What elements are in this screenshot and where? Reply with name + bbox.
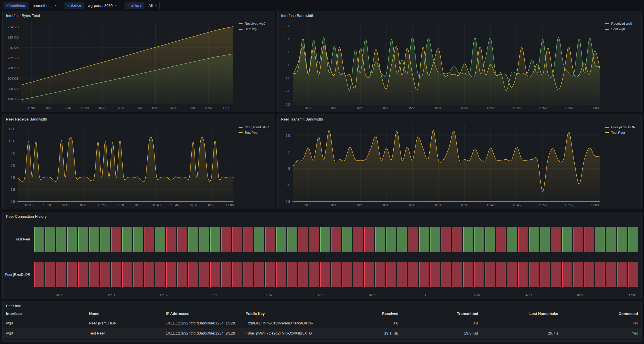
state-cell-disconnected[interactable] xyxy=(265,262,275,287)
state-cell-disconnected[interactable] xyxy=(617,262,627,287)
state-cell-disconnected[interactable] xyxy=(441,262,451,287)
state-cell-connected[interactable] xyxy=(199,227,209,252)
state-cell-connected[interactable] xyxy=(100,227,110,252)
state-cell-disconnected[interactable] xyxy=(210,262,220,287)
state-cell-disconnected[interactable] xyxy=(628,262,638,287)
state-cell-disconnected[interactable] xyxy=(584,227,594,252)
state-cell-disconnected[interactable] xyxy=(408,262,418,287)
state-cell-disconnected[interactable] xyxy=(397,262,407,287)
state-cell-disconnected[interactable] xyxy=(419,262,429,287)
state-cell-connected[interactable] xyxy=(562,227,572,252)
state-cell-disconnected[interactable] xyxy=(276,262,286,287)
state-cell-disconnected[interactable] xyxy=(199,262,209,287)
state-cell-disconnected[interactable] xyxy=(89,262,99,287)
state-cell-disconnected[interactable] xyxy=(353,262,363,287)
state-cell-disconnected[interactable] xyxy=(298,227,308,252)
state-cell-connected[interactable] xyxy=(78,227,88,252)
state-cell-disconnected[interactable] xyxy=(551,227,561,252)
state-cell-connected[interactable] xyxy=(606,227,616,252)
state-cell-disconnected[interactable] xyxy=(342,262,352,287)
state-cell-disconnected[interactable] xyxy=(111,262,121,287)
legend-item[interactable]: Received wg0 xyxy=(239,22,271,25)
state-cell-disconnected[interactable] xyxy=(452,262,462,287)
state-cell-disconnected[interactable] xyxy=(606,262,616,287)
state-cell-disconnected[interactable] xyxy=(221,227,231,252)
column-header-connected[interactable]: Connected xyxy=(561,309,641,318)
panel-title[interactable]: Peer Transmit Bandwidth xyxy=(278,115,641,123)
state-cell-connected[interactable] xyxy=(507,227,517,252)
state-cell-disconnected[interactable] xyxy=(67,262,77,287)
column-header-received[interactable]: Received xyxy=(322,309,402,318)
state-cell-disconnected[interactable] xyxy=(452,227,462,252)
state-cell-connected[interactable] xyxy=(617,227,627,252)
state-cell-disconnected[interactable] xyxy=(177,227,187,252)
column-header-transmitted[interactable]: Transmitted xyxy=(402,309,482,318)
legend-item[interactable]: Test Peer xyxy=(239,131,271,134)
state-cell-connected[interactable] xyxy=(430,227,440,252)
state-cell-disconnected[interactable] xyxy=(562,262,572,287)
legend-item[interactable]: Sent wg0 xyxy=(239,27,271,31)
state-cell-disconnected[interactable] xyxy=(100,262,110,287)
state-cell-connected[interactable] xyxy=(45,227,55,252)
panel-title[interactable]: Interface Bytes Total xyxy=(3,11,275,19)
legend-item[interactable]: Test Peer xyxy=(605,131,638,134)
state-cell-disconnected[interactable] xyxy=(485,262,495,287)
state-cell-disconnected[interactable] xyxy=(177,262,187,287)
state-cell-disconnected[interactable] xyxy=(430,262,440,287)
legend-item[interactable]: Peer jRzmDsDR xyxy=(605,125,638,129)
state-cell-disconnected[interactable] xyxy=(232,262,242,287)
state-cell-disconnected[interactable] xyxy=(298,262,308,287)
state-cell-disconnected[interactable] xyxy=(595,262,605,287)
state-cell-disconnected[interactable] xyxy=(474,262,484,287)
state-cell-disconnected[interactable] xyxy=(408,227,418,252)
state-cell-disconnected[interactable] xyxy=(188,262,198,287)
panel-title[interactable]: Peer Connection History xyxy=(3,212,641,220)
column-header-name[interactable]: Name xyxy=(86,309,162,318)
state-cell-connected[interactable] xyxy=(276,227,286,252)
state-cell-disconnected[interactable] xyxy=(386,262,396,287)
state-cell-disconnected[interactable] xyxy=(309,227,319,252)
state-cell-connected[interactable] xyxy=(287,227,297,252)
state-cell-disconnected[interactable] xyxy=(144,262,154,287)
state-cell-connected[interactable] xyxy=(463,227,473,252)
state-cell-connected[interactable] xyxy=(529,227,539,252)
state-cell-disconnected[interactable] xyxy=(221,262,231,287)
variable-interface-dropdown[interactable]: All ▾ xyxy=(146,2,159,9)
state-cell-disconnected[interactable] xyxy=(166,227,176,252)
state-cell-connected[interactable] xyxy=(34,227,44,252)
state-cell-disconnected[interactable] xyxy=(573,262,583,287)
state-cell-disconnected[interactable] xyxy=(122,262,132,287)
state-cell-disconnected[interactable] xyxy=(331,227,341,252)
variable-instance-dropdown[interactable]: wg-portal:8080 ▾ xyxy=(85,2,119,9)
state-cell-disconnected[interactable] xyxy=(243,262,253,287)
state-cell-disconnected[interactable] xyxy=(584,262,594,287)
peer-connection-history-timeline[interactable]: Test PeerPeer jRzmDsDR16:0616:1116:1616:… xyxy=(3,220,641,299)
state-cell-connected[interactable] xyxy=(133,227,143,252)
state-cell-connected[interactable] xyxy=(540,227,550,252)
state-cell-disconnected[interactable] xyxy=(287,262,297,287)
state-cell-disconnected[interactable] xyxy=(540,262,550,287)
state-cell-disconnected[interactable] xyxy=(375,262,385,287)
state-cell-connected[interactable] xyxy=(375,227,385,252)
state-cell-disconnected[interactable] xyxy=(441,227,451,252)
column-header-public-key[interactable]: Public Key xyxy=(242,309,322,318)
state-cell-disconnected[interactable] xyxy=(551,262,561,287)
column-header-interface[interactable]: Interface xyxy=(3,309,86,318)
state-cell-disconnected[interactable] xyxy=(166,262,176,287)
state-cell-disconnected[interactable] xyxy=(133,262,143,287)
state-cell-disconnected[interactable] xyxy=(144,227,154,252)
state-cell-connected[interactable] xyxy=(122,227,132,252)
state-cell-connected[interactable] xyxy=(210,227,220,252)
state-cell-disconnected[interactable] xyxy=(56,262,66,287)
interface-bandwidth-chart[interactable]: 0 B2 B4 B6 B8 B10 B12 B16:0516:1016:1516… xyxy=(279,19,603,111)
state-cell-disconnected[interactable] xyxy=(111,227,121,252)
state-cell-disconnected[interactable] xyxy=(45,262,55,287)
state-cell-disconnected[interactable] xyxy=(463,262,473,287)
legend-item[interactable]: Received wg0 xyxy=(605,22,638,25)
state-cell-disconnected[interactable] xyxy=(232,227,242,252)
variable-prometheus-dropdown[interactable]: prometheus ▾ xyxy=(30,2,59,9)
panel-title[interactable]: Peer Receive Bandwidth xyxy=(3,115,275,123)
state-cell-disconnected[interactable] xyxy=(364,262,374,287)
state-cell-connected[interactable] xyxy=(320,227,330,252)
state-cell-connected[interactable] xyxy=(342,227,352,252)
